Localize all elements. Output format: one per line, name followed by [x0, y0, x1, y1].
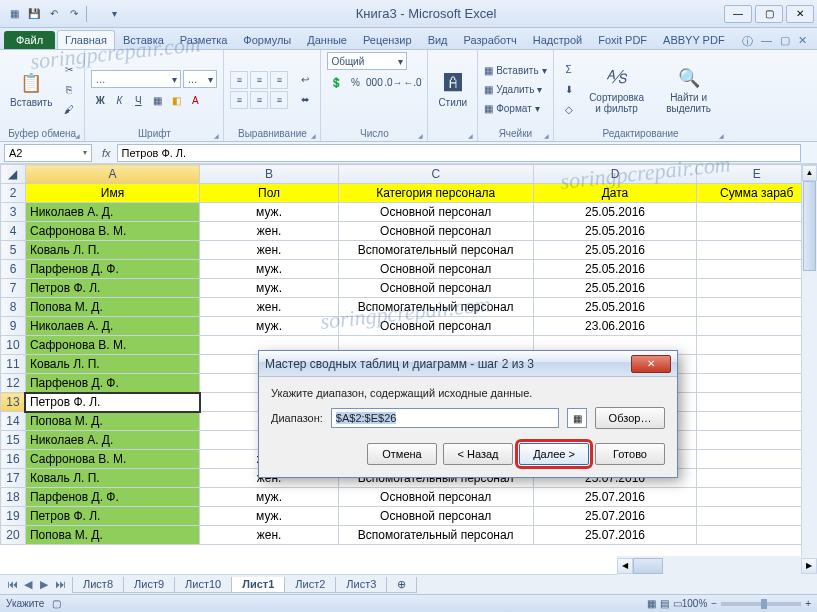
scroll-up-icon[interactable]: ▲ [802, 165, 817, 181]
cell[interactable] [697, 260, 817, 279]
cells-delete-button[interactable]: ▦ Удалить ▾ [484, 81, 546, 99]
dec-decimal-icon[interactable]: ←.0 [403, 73, 421, 91]
font-size-combo[interactable]: …▾ [183, 70, 217, 88]
cell[interactable] [697, 222, 817, 241]
cell[interactable]: жен. [200, 222, 339, 241]
cell[interactable]: Имя [25, 184, 199, 203]
font-family-combo[interactable]: …▾ [91, 70, 181, 88]
cell[interactable]: 25.05.2016 [533, 279, 697, 298]
cell[interactable]: Коваль Л. П. [25, 241, 199, 260]
browse-button[interactable]: Обзор… [595, 407, 665, 429]
currency-icon[interactable]: 💲 [327, 73, 345, 91]
scroll-right-icon[interactable]: ▶ [801, 558, 817, 574]
cell[interactable]: Коваль Л. П. [25, 355, 199, 374]
cell[interactable] [697, 355, 817, 374]
sheet-prev-icon[interactable]: ◀ [20, 578, 36, 591]
cell[interactable]: 25.05.2016 [533, 241, 697, 260]
paste-button[interactable]: 📋 Вставить [6, 69, 56, 110]
cells-insert-button[interactable]: ▦ Вставить ▾ [484, 62, 546, 80]
autosum-icon[interactable]: Σ [560, 61, 578, 79]
col-header-B[interactable]: B [200, 165, 339, 184]
align-center-icon[interactable]: ≡ [250, 91, 268, 109]
underline-icon[interactable]: Ч [129, 91, 147, 109]
cell[interactable]: Основной персонал [338, 203, 533, 222]
row-header[interactable]: 19 [1, 507, 26, 526]
next-button[interactable]: Далее > [519, 443, 589, 465]
cell[interactable]: муж. [200, 279, 339, 298]
cell[interactable] [697, 412, 817, 431]
close-button[interactable]: ✕ [786, 5, 814, 23]
align-top-icon[interactable]: ≡ [230, 71, 248, 89]
row-header[interactable]: 9 [1, 317, 26, 336]
bold-icon[interactable]: Ж [91, 91, 109, 109]
cell[interactable]: Основной персонал [338, 222, 533, 241]
macro-record-icon[interactable]: ▢ [52, 598, 61, 609]
name-box[interactable]: A2▾ [4, 144, 92, 162]
cell[interactable]: Вспомогательный персонал [338, 526, 533, 545]
cell[interactable]: 25.05.2016 [533, 203, 697, 222]
cell[interactable]: Николаев А. Д. [25, 203, 199, 222]
tab-developer[interactable]: Разработч [456, 30, 525, 49]
ribbon-minimize-icon[interactable]: ⓘ [742, 34, 753, 49]
doc-restore-icon[interactable]: ▢ [780, 34, 790, 49]
row-header[interactable]: 17 [1, 469, 26, 488]
cell[interactable]: 25.07.2016 [533, 526, 697, 545]
cell[interactable] [697, 488, 817, 507]
tab-foxit[interactable]: Foxit PDF [590, 30, 655, 49]
fill-icon[interactable]: ⬇ [560, 81, 578, 99]
fill-color-icon[interactable]: ◧ [167, 91, 185, 109]
align-mid-icon[interactable]: ≡ [250, 71, 268, 89]
cell[interactable] [697, 374, 817, 393]
cancel-button[interactable]: Отмена [367, 443, 437, 465]
cell[interactable]: Вспомогательный персонал [338, 241, 533, 260]
font-color-icon[interactable]: A [186, 91, 204, 109]
row-header[interactable]: 14 [1, 412, 26, 431]
cell[interactable]: Петров Ф. Л. [25, 507, 199, 526]
tab-insert[interactable]: Вставка [115, 30, 172, 49]
cell[interactable] [697, 336, 817, 355]
cell[interactable]: 25.07.2016 [533, 507, 697, 526]
dialog-close-button[interactable]: ✕ [631, 355, 671, 373]
view-normal-icon[interactable]: ▦ [647, 598, 656, 609]
fx-icon[interactable]: fx [96, 147, 117, 159]
row-header[interactable]: 8 [1, 298, 26, 317]
merge-icon[interactable]: ⬌ [296, 91, 314, 109]
dialog-titlebar[interactable]: Мастер сводных таблиц и диаграмм - шаг 2… [259, 351, 677, 377]
tab-layout[interactable]: Разметка [172, 30, 236, 49]
cell[interactable]: Категория персонала [338, 184, 533, 203]
cell[interactable] [697, 203, 817, 222]
zoom-level[interactable]: 100% [682, 598, 708, 609]
tab-view[interactable]: Вид [420, 30, 456, 49]
number-format-combo[interactable]: Общий▾ [327, 52, 407, 70]
zoom-in-icon[interactable]: + [805, 598, 811, 609]
help-icon[interactable]: — [761, 34, 772, 49]
cell[interactable] [697, 431, 817, 450]
cell[interactable]: Петров Ф. Л. [25, 393, 199, 412]
comma-icon[interactable]: 000 [365, 73, 383, 91]
cell[interactable]: Сумма зараб [697, 184, 817, 203]
vscroll-thumb[interactable] [803, 181, 816, 271]
hscroll-thumb[interactable] [633, 558, 663, 574]
cell[interactable]: жен. [200, 241, 339, 260]
cell[interactable]: жен. [200, 298, 339, 317]
tab-home[interactable]: Главная [57, 30, 115, 49]
sheet-tab-Лист1[interactable]: Лист1 [231, 577, 285, 593]
save-icon[interactable]: 💾 [26, 6, 42, 22]
row-header[interactable]: 4 [1, 222, 26, 241]
row-header[interactable]: 18 [1, 488, 26, 507]
row-header[interactable]: 20 [1, 526, 26, 545]
row-header[interactable]: 15 [1, 431, 26, 450]
row-header[interactable]: 2 [1, 184, 26, 203]
cell[interactable]: Николаев А. Д. [25, 431, 199, 450]
copy-icon[interactable]: ⎘ [60, 81, 78, 99]
row-header[interactable]: 12 [1, 374, 26, 393]
row-header[interactable]: 11 [1, 355, 26, 374]
cell[interactable] [697, 241, 817, 260]
percent-icon[interactable]: % [346, 73, 364, 91]
sheet-tab-Лист10[interactable]: Лист10 [174, 577, 232, 593]
range-picker-icon[interactable]: ▦ [567, 408, 587, 428]
view-pagebreak-icon[interactable]: ▭ [673, 598, 682, 609]
cell[interactable]: Парфенов Д. Ф. [25, 260, 199, 279]
row-header[interactable]: 16 [1, 450, 26, 469]
cell[interactable]: Дата [533, 184, 697, 203]
